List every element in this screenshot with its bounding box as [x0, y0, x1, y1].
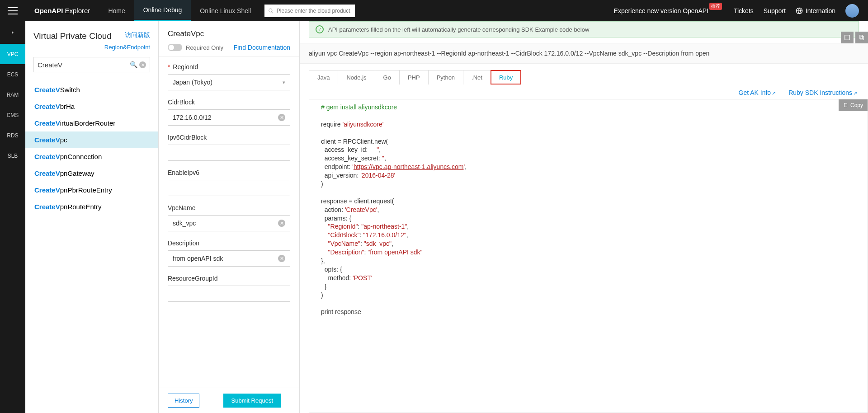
submit-button[interactable]: Submit Request	[223, 394, 282, 408]
field-label: VpcName	[168, 204, 290, 211]
field-input[interactable]	[173, 220, 285, 227]
experience-link[interactable]: Experience new version OpenAPI推荐	[614, 7, 724, 14]
api-list: CreateVSwitchCreateVbrHaCreateVirtualBor…	[25, 77, 158, 220]
check-icon: ✓	[316, 25, 324, 33]
clear-icon[interactable]: ✕	[139, 61, 146, 68]
params-panel: CreateVpc Required Only Find Documentati…	[159, 21, 300, 413]
service-title: Virtual Private Cloud	[33, 31, 112, 41]
chevron-right-icon	[10, 30, 15, 35]
rail-ram[interactable]: RAM	[0, 84, 25, 105]
field-input[interactable]	[173, 184, 285, 192]
api-filter[interactable]: 🔍 ✕	[33, 57, 150, 72]
field-label: Description	[168, 239, 290, 247]
api-item[interactable]: CreateVbrHa	[25, 98, 158, 115]
field-control[interactable]	[168, 180, 290, 196]
api-item[interactable]: CreateVSwitch	[25, 81, 158, 98]
ak-info-link[interactable]: Get AK Info↗	[739, 89, 776, 96]
api-item[interactable]: CreateVpc	[25, 131, 158, 148]
field-regionid: * RegionIdJapan (Tokyo)▾	[168, 63, 290, 90]
logo: OpenAPI Explorer	[25, 7, 99, 14]
product-search[interactable]	[264, 5, 355, 17]
field-input[interactable]	[173, 255, 285, 262]
lang-tab-php[interactable]: PHP	[399, 70, 429, 84]
info-banner: ✓ API parameters filled on the left will…	[309, 21, 859, 38]
field-control[interactable]: ✕	[168, 215, 290, 231]
lang-tab-go[interactable]: Go	[375, 70, 400, 84]
field-label: Ipv6CidrBlock	[168, 134, 290, 141]
nav-online-debug[interactable]: Online Debug	[134, 0, 191, 21]
support-link[interactable]: Support	[764, 7, 786, 14]
cmd-expand-icon[interactable]	[841, 32, 854, 43]
api-item[interactable]: CreateVirtualBorderRouter	[25, 115, 158, 131]
topbar: OpenAPI Explorer Home Online Debug Onlin…	[0, 0, 868, 21]
rail-expand[interactable]	[0, 21, 25, 44]
field-label: * RegionId	[168, 63, 290, 70]
lang-tab-ruby[interactable]: Ruby	[491, 70, 521, 84]
rail-slb[interactable]: SLB	[0, 145, 25, 166]
rail-vpc[interactable]: VPC	[0, 44, 25, 64]
history-button[interactable]: History	[168, 394, 199, 408]
find-doc-link[interactable]: Find Documentation	[234, 44, 290, 51]
api-filter-input[interactable]	[38, 61, 128, 69]
field-input[interactable]	[173, 149, 285, 156]
tickets-link[interactable]: Tickets	[734, 7, 754, 14]
menu-icon[interactable]	[0, 0, 25, 21]
required-only-toggle[interactable]	[168, 44, 182, 51]
clear-icon[interactable]: ✕	[278, 220, 285, 227]
field-resourcegroupid: ResourceGroupId	[168, 275, 290, 302]
api-item[interactable]: CreateVpnRouteEntry	[25, 198, 158, 215]
lang-tabs: JavaNode.jsGoPHPPython.NetRuby	[300, 64, 868, 84]
svg-rect-4	[844, 103, 847, 107]
banner-text: API parameters filled on the left will a…	[328, 26, 589, 33]
api-item[interactable]: CreateVpnPbrRouteEntry	[25, 182, 158, 198]
code-editor[interactable]: Copy # gem install aliyunsdkcore require…	[309, 99, 868, 413]
nav-home[interactable]: Home	[99, 0, 134, 21]
params-form: * RegionIdJapan (Tokyo)▾CidrBlock✕Ipv6Ci…	[159, 57, 299, 388]
field-enableipv6: EnableIpv6	[168, 169, 290, 196]
rail-rds[interactable]: RDS	[0, 125, 25, 145]
lang-tab-.net[interactable]: .Net	[463, 70, 491, 84]
avatar[interactable]	[845, 4, 859, 18]
region-endpoint-link[interactable]: Region&Endpoint	[25, 41, 158, 55]
globe-icon	[796, 7, 803, 14]
field-label: CidrBlock	[168, 99, 290, 106]
field-input[interactable]	[173, 114, 285, 121]
copy-icon	[843, 103, 849, 108]
field-description: Description✕	[168, 239, 290, 267]
lang-tab-python[interactable]: Python	[428, 70, 463, 84]
field-control[interactable]: ✕	[168, 250, 290, 267]
copy-button[interactable]: Copy	[839, 99, 868, 111]
code-panel: ✓ API parameters filled on the left will…	[300, 21, 868, 413]
api-list-panel: Virtual Private Cloud 访问新版 Region&Endpoi…	[25, 21, 159, 413]
field-control[interactable]: Japan (Tokyo)▾	[168, 74, 290, 90]
rail-cms[interactable]: CMS	[0, 105, 25, 125]
lang-tab-java[interactable]: Java	[309, 70, 338, 84]
recommend-badge: 推荐	[709, 3, 722, 10]
field-control[interactable]	[168, 286, 290, 302]
visit-new-link[interactable]: 访问新版	[125, 31, 150, 39]
clear-icon[interactable]: ✕	[278, 255, 285, 262]
field-label: ResourceGroupId	[168, 275, 290, 282]
field-ipv6cidrblock: Ipv6CidrBlock	[168, 134, 290, 161]
cli-text: aliyun vpc CreateVpc --region ap-northea…	[309, 50, 709, 57]
search-icon[interactable]: 🔍	[130, 61, 137, 68]
side-rail: VPC ECS RAM CMS RDS SLB	[0, 21, 25, 413]
clear-icon[interactable]: ✕	[278, 114, 285, 121]
field-label: EnableIpv6	[168, 169, 290, 176]
field-control[interactable]	[168, 145, 290, 161]
nav-linux-shell[interactable]: Online Linux Shell	[191, 0, 260, 21]
field-input[interactable]	[173, 290, 285, 297]
lang-tab-node.js[interactable]: Node.js	[338, 70, 375, 84]
sdk-instructions-link[interactable]: Ruby SDK Instructions↗	[788, 89, 857, 96]
field-cidrblock: CidrBlock✕	[168, 99, 290, 126]
cmd-copy-icon[interactable]	[855, 32, 868, 43]
field-control[interactable]: ✕	[168, 109, 290, 126]
api-item[interactable]: CreateVpnGateway	[25, 165, 158, 182]
field-vpcname: VpcName✕	[168, 204, 290, 231]
rail-ecs[interactable]: ECS	[0, 64, 25, 84]
api-title: CreateVpc	[168, 29, 290, 38]
search-icon	[268, 8, 274, 14]
internation-link[interactable]: Internation	[796, 7, 835, 14]
api-item[interactable]: CreateVpnConnection	[25, 148, 158, 165]
product-search-input[interactable]	[277, 8, 351, 14]
